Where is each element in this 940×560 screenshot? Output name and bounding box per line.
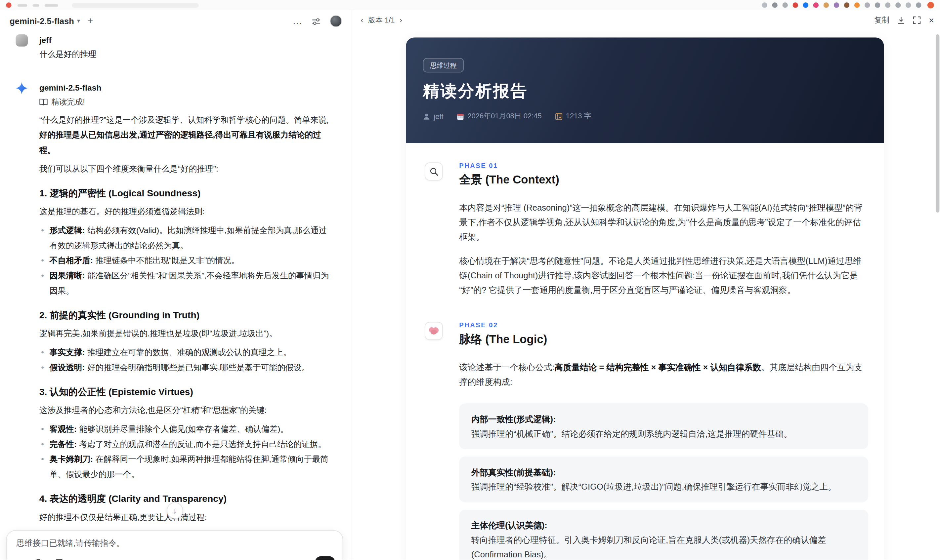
extension-plum-icon[interactable] bbox=[834, 2, 839, 8]
composer: + bbox=[6, 530, 343, 560]
person-icon bbox=[423, 113, 430, 120]
browser-toolbar bbox=[0, 0, 940, 10]
meta-word-count: 1213 字 bbox=[555, 111, 592, 122]
user-avatar bbox=[15, 34, 28, 47]
section-intro: 逻辑再完美,如果前提是错误的,推理也是垃圾(即“垃圾进,垃圾出”)。 bbox=[39, 326, 334, 341]
composer-actions: + bbox=[16, 556, 335, 560]
download-button[interactable] bbox=[897, 16, 905, 24]
extension-gray-4-icon[interactable] bbox=[864, 2, 870, 8]
compass-icon bbox=[34, 558, 43, 560]
phase-title: 全景 (The Context) bbox=[459, 172, 868, 188]
extension-gray-1-icon[interactable] bbox=[762, 2, 767, 8]
phase-label: PHASE 02 bbox=[459, 322, 868, 329]
calendar-icon bbox=[457, 113, 464, 120]
dimension-callouts: 内部一致性(形式逻辑): 强调推理的“机械正确”。结论必须在给定的规则系统内逻辑… bbox=[459, 403, 868, 560]
list-item: 奥卡姆剃刀:在解释同一个现象时,如果两种推理都能站得住脚,通常倾向于最简单、假设… bbox=[39, 452, 334, 482]
callout-external-truth: 外部真实性(前提基础): 强调推理的“经验校准”。解决“GIGO(垃圾进,垃圾出… bbox=[459, 457, 868, 503]
assistant-status-text: 精读完成! bbox=[51, 95, 85, 109]
extension-gray-5-icon[interactable] bbox=[875, 2, 880, 8]
assistant-status: 精读完成! bbox=[39, 95, 334, 109]
scroll-to-bottom-button[interactable]: ↓ bbox=[167, 503, 183, 518]
chevron-down-icon: ▾ bbox=[77, 18, 80, 24]
extension-brown-icon[interactable] bbox=[844, 2, 849, 8]
section-heading: 3. 认知的公正性 (Epistemic Virtues) bbox=[39, 385, 334, 398]
toolbar-actions: 复制 × bbox=[875, 15, 934, 25]
book-icon bbox=[39, 98, 48, 105]
extension-gray-3-icon[interactable] bbox=[782, 2, 787, 8]
settings-sliders-button[interactable] bbox=[312, 17, 321, 25]
section-intro: 这涉及推理者的心态和方法论,也是区分“杠精”和“思想家”的关键: bbox=[39, 403, 334, 418]
bullet-list: 形式逻辑:结构必须有效(Valid)。比如演绎推理中,如果前提全部为真,那么通过… bbox=[39, 223, 334, 298]
extension-gray-2-icon[interactable] bbox=[772, 2, 777, 8]
frame-icon bbox=[55, 558, 64, 560]
report-badge: 思维过程 bbox=[423, 58, 464, 72]
screen: gemini-2.5-flash ▾ + … bbox=[0, 0, 940, 560]
extension-tan-icon[interactable] bbox=[824, 2, 829, 8]
window-close-icon[interactable] bbox=[6, 2, 11, 8]
phase-2: PHASE 02 脉络 (The Logic) 该论述基于一个核心公式:高质量结… bbox=[406, 322, 884, 560]
preview-toolbar: ‹ 版本 1/1 › 复制 bbox=[352, 10, 940, 30]
window-scrollbar-thumb[interactable] bbox=[936, 34, 939, 212]
voice-input-button[interactable] bbox=[315, 556, 335, 560]
phase-paragraph: 该论述基于一个核心公式:高质量结论 = 结构完整性 × 事实准确性 × 认知自律… bbox=[459, 360, 868, 389]
preview-panel: ‹ 版本 1/1 › 复制 bbox=[352, 10, 940, 560]
assistant-paragraph: 我们可以从以下四个维度来衡量什么是“好的推理”: bbox=[39, 162, 334, 177]
extension-magenta-icon[interactable] bbox=[813, 2, 818, 8]
attach-button[interactable]: + bbox=[16, 558, 22, 560]
brain-icon bbox=[425, 322, 443, 340]
extension-gray-7-icon[interactable] bbox=[895, 2, 901, 8]
next-version-button[interactable]: › bbox=[399, 15, 402, 25]
extension-gray-9-icon[interactable] bbox=[916, 2, 921, 8]
extension-gray-8-icon[interactable] bbox=[906, 2, 911, 8]
sliders-icon bbox=[312, 17, 321, 25]
list-item: 事实支撑:推理建立在可靠的数据、准确的观测或公认的真理之上。 bbox=[39, 345, 334, 360]
list-item: 因果清晰:能准确区分“相关性”和“因果关系”,不会轻率地将先后发生的事情归为因果… bbox=[39, 268, 334, 298]
callout-subject-ethics: 主体伦理(认识美德): 转向推理者的心理特征。引入奥卡姆剃刀和反向论证,旨在克服… bbox=[459, 510, 868, 560]
bullet-list: 事实支撑:推理建立在可靠的数据、准确的观测或公认的真理之上。 假设透明:好的推理… bbox=[39, 345, 334, 375]
list-item: 形式逻辑:结构必须有效(Valid)。比如演绎推理中,如果前提全部为真,那么通过… bbox=[39, 223, 334, 253]
chat-header: gemini-2.5-flash ▾ + … bbox=[0, 10, 351, 32]
assistant-name: gemini-2.5-flash bbox=[39, 82, 334, 94]
previous-version-button[interactable]: ‹ bbox=[361, 15, 363, 25]
list-item: 假设透明:好的推理会明确指明哪些是已知事实,哪些是基于可能的假设。 bbox=[39, 360, 334, 375]
menu-placeholder bbox=[45, 4, 58, 6]
new-chat-button[interactable]: + bbox=[87, 16, 93, 26]
report-title: 精读分析报告 bbox=[423, 80, 867, 102]
assistant-paragraph: “什么是好的推理?”这是一个涉及逻辑学、认知科学和哲学核心的问题。简单来说,好的… bbox=[39, 112, 334, 158]
model-selector[interactable]: gemini-2.5-flash ▾ bbox=[9, 16, 80, 26]
extension-icons bbox=[757, 2, 922, 8]
list-item: 客观性:能够识别并尽量排除个人偏见(如幸存者偏差、确认偏差)。 bbox=[39, 422, 334, 437]
more-options-button[interactable]: … bbox=[293, 16, 303, 26]
extension-gray-6-icon[interactable] bbox=[885, 2, 891, 8]
chat-panel: gemini-2.5-flash ▾ + … bbox=[0, 10, 352, 560]
tools-button[interactable] bbox=[34, 558, 43, 560]
phase-paragraph: 本内容是对“推理 (Reasoning)”这一抽象概念的高层建模。在知识爆炸与人… bbox=[459, 200, 868, 244]
extension-blue-icon[interactable] bbox=[803, 2, 808, 8]
profile-avatar[interactable] bbox=[928, 2, 934, 8]
expand-icon bbox=[913, 16, 921, 24]
gemini-star-icon bbox=[15, 82, 28, 94]
phase-title: 脉络 (The Logic) bbox=[459, 332, 868, 347]
bullet-list: 客观性:能够识别并尽量排除个人偏见(如幸存者偏差、确认偏差)。 完备性:考虑了对… bbox=[39, 422, 334, 482]
phase-1: PHASE 01 全景 (The Context) 本内容是对“推理 (Reas… bbox=[406, 162, 884, 297]
model-selector-label: gemini-2.5-flash bbox=[9, 16, 74, 26]
section-heading: 4. 表达的透明度 (Clarity and Transparency) bbox=[39, 492, 334, 505]
arrow-down-icon: ↓ bbox=[173, 506, 177, 515]
report-body[interactable]: PHASE 01 全景 (The Context) 本内容是对“推理 (Reas… bbox=[406, 143, 884, 560]
canvas-button[interactable] bbox=[55, 558, 64, 560]
account-avatar[interactable] bbox=[330, 15, 342, 28]
close-preview-button[interactable]: × bbox=[929, 15, 934, 25]
extension-red-icon[interactable] bbox=[792, 2, 798, 8]
address-bar[interactable] bbox=[72, 3, 199, 8]
message-input[interactable] bbox=[16, 538, 318, 548]
magnifier-icon bbox=[425, 162, 443, 180]
copy-button[interactable]: 复制 bbox=[875, 15, 890, 25]
fullscreen-button[interactable] bbox=[913, 16, 921, 24]
app-window: gemini-2.5-flash ▾ + … bbox=[0, 10, 940, 560]
chat-message-list[interactable]: jeff 什么是好的推理 gem bbox=[0, 32, 351, 560]
extension-orange-icon[interactable] bbox=[854, 2, 860, 8]
assistant-message: gemini-2.5-flash 精读完成! “什么是好的推理?”这是一个涉及逻… bbox=[15, 82, 333, 546]
phase-paragraph: 核心情境在于解决“思考的随意性”问题。不论是人类通过批判性思维进行决策,还是大语… bbox=[459, 254, 868, 297]
report-card: 思维过程 精读分析报告 jeff bbox=[406, 37, 884, 560]
section-heading: 1. 逻辑的严密性 (Logical Soundness) bbox=[39, 186, 334, 200]
